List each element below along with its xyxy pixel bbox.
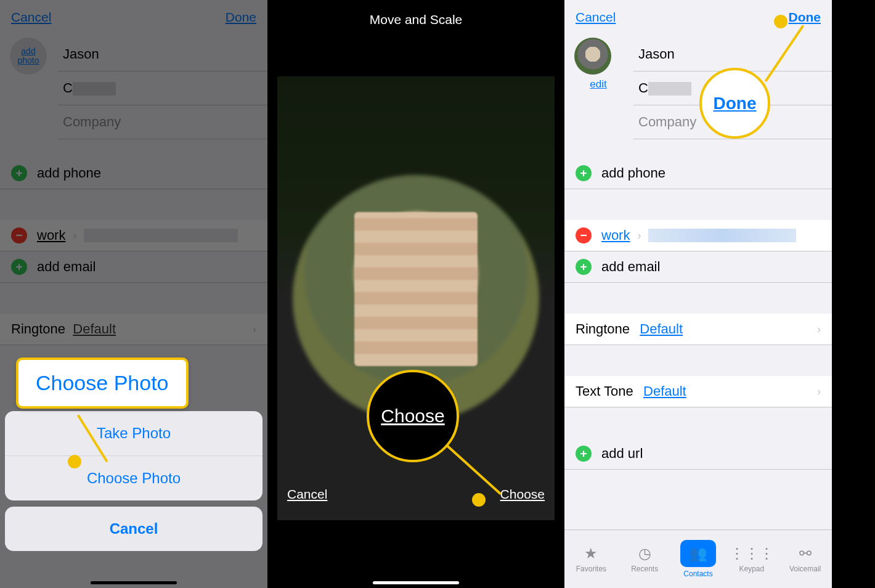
move-and-scale-screen: Move and Scale Cancel Choose Choose: [277, 0, 555, 588]
add-icon: +: [576, 446, 592, 462]
take-photo-option[interactable]: Take Photo: [5, 411, 262, 455]
callout-dot: [68, 455, 81, 468]
clock-icon: ◷: [638, 545, 651, 562]
photo-action-sheet: Take Photo Choose Photo Cancel: [5, 411, 262, 551]
tab-favorites[interactable]: ★Favorites: [564, 530, 618, 588]
edit-photo-link[interactable]: edit: [574, 78, 622, 91]
redacted-text: [648, 82, 691, 96]
add-icon: +: [576, 259, 592, 275]
redacted-text: [648, 229, 796, 242]
screen-title: Move and Scale: [277, 0, 555, 39]
home-indicator: [91, 581, 177, 584]
contact-edit-screen-1: Cancel Done add photo Jason C Company + …: [0, 0, 267, 588]
voicemail-icon: ⚯: [799, 545, 812, 562]
callout-done: Done: [699, 68, 770, 139]
add-icon: +: [576, 165, 592, 181]
cancel-button[interactable]: Cancel: [576, 10, 616, 25]
done-button[interactable]: Done: [789, 10, 821, 25]
add-url-row[interactable]: + add url: [564, 438, 832, 470]
contacts-icon: 👥: [689, 545, 707, 561]
contact-edit-screen-2: Cancel Done edit Jason C Company + add p…: [564, 0, 832, 588]
home-indicator: [373, 581, 459, 584]
tab-bar: ★Favorites ◷Recents 👥Contacts ⋮⋮⋮Keypad …: [564, 529, 832, 588]
first-name-field[interactable]: Jason: [633, 38, 832, 71]
keypad-icon: ⋮⋮⋮: [730, 545, 774, 562]
chevron-right-icon: ›: [817, 385, 821, 398]
contact-photo[interactable]: [574, 38, 611, 75]
work-phone-row[interactable]: − work ›: [564, 220, 832, 251]
cancel-button[interactable]: Cancel: [287, 487, 327, 502]
texttone-row[interactable]: Text Tone Default ›: [564, 376, 832, 407]
tab-voicemail[interactable]: ⚯Voicemail: [778, 530, 832, 588]
sheet-cancel-button[interactable]: Cancel: [5, 507, 262, 551]
callout-choose-photo: Choose Photo: [16, 357, 189, 409]
remove-icon: −: [576, 227, 592, 243]
chevron-right-icon: ›: [637, 229, 641, 242]
topbar: Cancel Done: [564, 0, 832, 34]
ringtone-row[interactable]: Ringtone Default ›: [564, 314, 832, 345]
tab-recents[interactable]: ◷Recents: [618, 530, 672, 588]
tab-keypad[interactable]: ⋮⋮⋮Keypad: [725, 530, 778, 588]
add-email-row[interactable]: + add email: [564, 251, 832, 283]
callout-choose: Choose: [367, 370, 459, 462]
callout-dot: [774, 15, 788, 28]
face-pixelated: [354, 212, 478, 366]
callout-dot: [472, 493, 486, 507]
tab-contacts[interactable]: 👥Contacts: [672, 530, 725, 588]
star-icon: ★: [584, 545, 598, 562]
choose-button[interactable]: Choose: [500, 487, 545, 502]
add-phone-row[interactable]: + add phone: [564, 158, 832, 189]
chevron-right-icon: ›: [817, 323, 821, 336]
choose-photo-option[interactable]: Choose Photo: [5, 455, 262, 500]
